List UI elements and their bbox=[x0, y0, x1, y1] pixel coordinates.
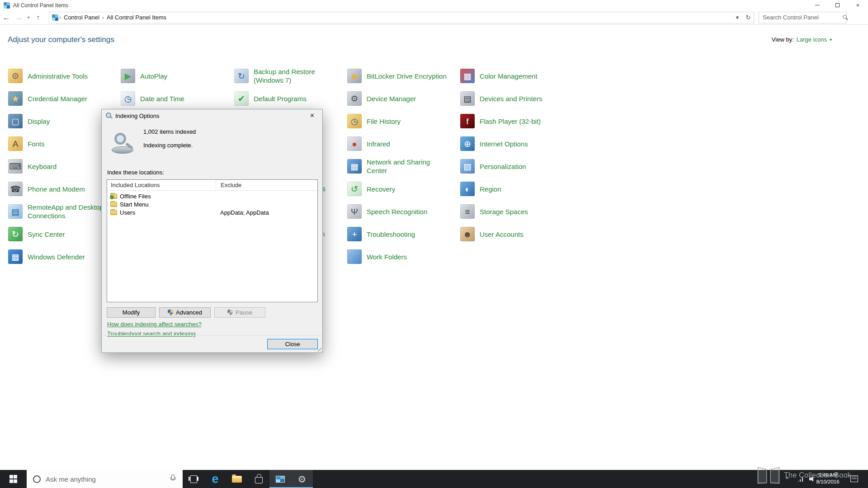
edge-button[interactable]: e bbox=[204, 470, 226, 488]
control-panel-item[interactable]: ◆ BitLocker Drive Encryption bbox=[347, 65, 460, 87]
pause-button[interactable]: Pause bbox=[214, 307, 265, 318]
advanced-button[interactable]: Advanced bbox=[159, 307, 211, 318]
speech-recognition-icon: Ψ bbox=[347, 204, 362, 219]
control-panel-item[interactable]: ▧ Personalization bbox=[460, 155, 573, 178]
control-panel-item-label: Personalization bbox=[480, 162, 526, 171]
view-by-dropdown[interactable]: Large icons bbox=[797, 36, 827, 43]
search-box[interactable] bbox=[759, 12, 847, 23]
control-panel-item[interactable]: ≡ Storage Spaces bbox=[460, 200, 573, 223]
control-panel-item[interactable]: f Flash Player (32-bit) bbox=[460, 110, 573, 132]
control-panel-item-label: BitLocker Drive Encryption bbox=[367, 72, 447, 80]
control-panel-item[interactable]: ◐ Region bbox=[460, 178, 573, 200]
control-panel-item-label: Date and Time bbox=[140, 94, 184, 103]
indexed-location-row[interactable]: Users AppData; AppData bbox=[107, 208, 317, 216]
search-icon[interactable] bbox=[842, 14, 843, 21]
file-history-icon: ◷ bbox=[347, 114, 362, 128]
start-button[interactable] bbox=[0, 470, 27, 488]
control-panel-item[interactable]: ▶ AutoPlay bbox=[121, 65, 234, 87]
clock-date: 8/10/2016 bbox=[814, 479, 842, 485]
control-panel-item-label: Infrared bbox=[367, 140, 390, 148]
cortana-search-box[interactable] bbox=[27, 470, 183, 488]
settings-gear-icon: ⚙ bbox=[298, 474, 307, 484]
control-panel-item-label: Network and Sharing Center bbox=[367, 158, 451, 175]
display-icon: ▢ bbox=[8, 114, 23, 128]
included-locations-column-header[interactable]: Included Locations bbox=[107, 180, 216, 190]
maximize-button[interactable] bbox=[827, 0, 848, 10]
control-panel-item[interactable]: ★ Credential Manager bbox=[8, 87, 121, 110]
control-panel-item[interactable]: ▦ Color Management bbox=[460, 65, 573, 87]
up-button[interactable]: ↑ bbox=[32, 14, 44, 22]
history-dropdown-icon[interactable]: ▾ bbox=[25, 15, 32, 20]
troubleshoot-link[interactable]: Troubleshoot search and indexing bbox=[107, 330, 195, 337]
grid-column-4: ◆ BitLocker Drive Encryption ⚙ Device Ma… bbox=[347, 65, 460, 268]
cortana-icon bbox=[33, 475, 41, 483]
exclude-column-header[interactable]: Exclude bbox=[216, 180, 317, 190]
personalization-icon: ▧ bbox=[460, 159, 475, 174]
tray-chevron-up-icon[interactable]: ^ bbox=[786, 475, 788, 482]
list-header: Included Locations Exclude bbox=[107, 180, 317, 191]
control-panel-item[interactable]: ↺ Recovery bbox=[347, 178, 460, 200]
control-panel-item-label: Region bbox=[480, 185, 501, 193]
back-button[interactable]: ← bbox=[0, 14, 13, 22]
address-dropdown-icon[interactable]: ▾ bbox=[732, 14, 743, 21]
store-button[interactable] bbox=[248, 470, 269, 488]
control-panel-item[interactable]: ⚙ Administrative Tools bbox=[8, 65, 121, 87]
internet-options-icon: ⊕ bbox=[460, 136, 475, 151]
control-panel-item[interactable]: Ψ Speech Recognition bbox=[347, 200, 460, 223]
keyboard-icon: ⌨ bbox=[8, 159, 23, 174]
store-icon bbox=[255, 477, 263, 483]
breadcrumb-all-control-panel-items[interactable]: All Control Panel Items bbox=[107, 14, 166, 21]
search-input[interactable] bbox=[759, 14, 842, 21]
control-panel-item[interactable]: ⊕ Internet Options bbox=[460, 132, 573, 155]
sync-center-icon: ↻ bbox=[8, 227, 23, 241]
control-panel-item[interactable]: ◷ File History bbox=[347, 110, 460, 132]
control-panel-item-label: Flash Player (32-bit) bbox=[480, 117, 541, 126]
index-locations-label: Index these locations: bbox=[107, 169, 164, 176]
action-center-icon[interactable] bbox=[850, 475, 858, 482]
control-panel-taskbar-button[interactable] bbox=[269, 470, 291, 488]
control-panel-window-icon bbox=[4, 2, 10, 9]
control-panel-item[interactable]: ● Infrared bbox=[347, 132, 460, 155]
control-panel-item[interactable]: ◷ Date and Time bbox=[121, 87, 234, 110]
control-panel-item[interactable]: ⚙ Device Manager bbox=[347, 87, 460, 110]
control-panel-item[interactable]: ↻ Backup and Restore (Windows 7) bbox=[234, 65, 347, 87]
control-panel-item[interactable]: Work Folders bbox=[347, 245, 460, 268]
taskbar: e ⚙ bbox=[0, 470, 868, 488]
control-panel-item-label: Recovery bbox=[367, 185, 395, 193]
control-panel-item[interactable]: ▦ Network and Sharing Center bbox=[347, 155, 460, 178]
indexed-locations-list[interactable]: Included Locations Exclude Offline Files… bbox=[107, 179, 318, 302]
refresh-icon[interactable]: ↻ bbox=[743, 14, 754, 21]
forward-button[interactable]: → bbox=[13, 14, 25, 22]
clock-time: 9:46 AM bbox=[814, 472, 842, 479]
control-panel-item[interactable]: ▤ Devices and Printers bbox=[460, 87, 573, 110]
indexed-location-row[interactable]: Start Menu bbox=[107, 200, 317, 208]
dialog-close-button[interactable]: Close bbox=[267, 339, 318, 349]
cortana-search-input[interactable] bbox=[46, 475, 169, 483]
modify-button[interactable]: Modify bbox=[107, 307, 156, 318]
address-bar[interactable]: › Control Panel › All Control Panel Item… bbox=[49, 12, 754, 23]
file-explorer-button[interactable] bbox=[226, 470, 248, 488]
indexing-help-link[interactable]: How does indexing affect searches? bbox=[107, 321, 202, 328]
autoplay-icon: ▶ bbox=[121, 69, 135, 83]
dialog-titlebar[interactable]: Indexing Options × bbox=[102, 109, 322, 122]
dialog-close-icon[interactable]: × bbox=[302, 109, 322, 122]
crumb-separator-icon: › bbox=[102, 14, 104, 21]
microphone-icon[interactable] bbox=[169, 474, 176, 483]
control-panel-item[interactable]: ☻ User Accounts bbox=[460, 223, 573, 245]
minimize-button[interactable] bbox=[807, 0, 827, 10]
control-panel-item-label: Administrative Tools bbox=[28, 72, 88, 80]
close-button[interactable]: × bbox=[848, 0, 868, 10]
breadcrumb-control-panel[interactable]: Control Panel bbox=[64, 14, 99, 21]
file-explorer-icon bbox=[232, 476, 242, 483]
control-panel-item-label: Internet Options bbox=[480, 140, 528, 148]
indexed-location-row[interactable]: Offline Files bbox=[107, 192, 317, 200]
taskbar-clock[interactable]: 9:46 AM 8/10/2016 bbox=[814, 472, 842, 485]
task-view-button[interactable] bbox=[183, 470, 204, 488]
indexing-status: Indexing complete. bbox=[143, 142, 193, 149]
control-panel-item-label: Default Programs bbox=[254, 94, 307, 103]
network-and-sharing-center-icon: ▦ bbox=[347, 159, 362, 174]
control-panel-item[interactable]: + Troubleshooting bbox=[347, 223, 460, 245]
desktop-screen: All Control Panel Items × ← → ▾ ↑ › Cont… bbox=[0, 0, 868, 488]
control-panel-item[interactable]: ✔ Default Programs bbox=[234, 87, 347, 110]
indexing-options-taskbar-button[interactable]: ⚙ bbox=[291, 470, 313, 488]
